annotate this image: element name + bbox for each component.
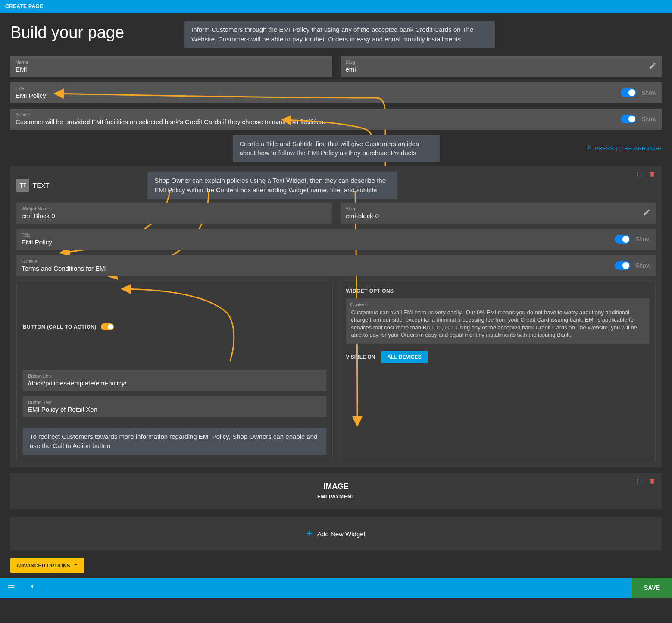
move-icon: [586, 145, 592, 152]
widget-title-label: Title: [22, 232, 595, 238]
add-widget-label: Add New Widget: [317, 530, 366, 538]
button-text-field[interactable]: Button Text EMI Policy of Retail Xen: [23, 396, 326, 417]
widget-title-value: EMI Policy: [22, 238, 52, 246]
title-field[interactable]: Title EMI Policy Show: [10, 82, 662, 103]
image-widget-title: IMAGE: [16, 482, 656, 491]
subtitle-show-toggle[interactable]: [621, 115, 636, 123]
title-label: Title: [16, 86, 601, 91]
back-icon[interactable]: [28, 583, 35, 593]
widget-options-header: WIDGET OPTIONS: [346, 288, 650, 294]
expand-icon[interactable]: [636, 171, 643, 179]
cta-panel: BUTTON (CALL TO ACTION) Button Link /doc…: [16, 282, 333, 462]
widget-title-show-label: Show: [635, 236, 650, 243]
cta-toggle[interactable]: [101, 323, 114, 330]
subtitle-label: Subtitle: [16, 112, 601, 117]
button-text-value: EMI Policy of Retail Xen: [28, 406, 97, 413]
cta-header: BUTTON (CALL TO ACTION): [23, 324, 97, 330]
widget-subtitle-show-toggle[interactable]: [615, 261, 630, 270]
widget-options-panel: WIDGET OPTIONS Content VISIBLE ON ALL DE…: [340, 282, 656, 462]
plus-icon: +: [306, 528, 312, 539]
advanced-options-label: ADVANCED OPTIONS: [16, 563, 70, 569]
callout-widget: Shop Owner can explain policies using a …: [147, 172, 397, 199]
widget-slug-value: emi-block-0: [346, 212, 379, 219]
text-type-icon: TT: [16, 179, 29, 192]
image-widget: IMAGE EMI PAYMENT: [10, 473, 662, 509]
press-rearrange-text: PRESS TO RE-ARRANGE: [594, 145, 662, 152]
content-textarea[interactable]: [350, 308, 645, 339]
widget-slug-label: Slug: [346, 206, 651, 211]
title-show-label: Show: [641, 89, 656, 96]
widget-title-show-toggle[interactable]: [615, 235, 630, 244]
menu-icon[interactable]: [7, 583, 16, 593]
name-label: Name: [16, 59, 327, 65]
subtitle-value: Customer will be provided EMI facilities…: [16, 118, 325, 125]
subtitle-field[interactable]: Subtitle Customer will be provided EMI f…: [10, 109, 662, 130]
slug-value: emi: [346, 66, 356, 73]
widget-title-field[interactable]: Title EMI Policy Show: [16, 229, 656, 250]
save-button[interactable]: SAVE: [632, 578, 672, 598]
button-text-label: Button Text: [28, 400, 321, 405]
slug-label: Slug: [346, 59, 657, 65]
visible-on-pill[interactable]: ALL DEVICES: [381, 351, 428, 363]
widget-name-field[interactable]: Widget Name emi Block 0: [16, 203, 332, 224]
page-title: Build your page: [10, 23, 124, 42]
name-value: EMI: [16, 66, 27, 73]
chevron-down-icon: [73, 562, 78, 569]
pencil-icon[interactable]: [643, 209, 650, 218]
button-link-field[interactable]: Button Link /docs/policies-template/emi-…: [23, 370, 326, 391]
slug-field[interactable]: Slug emi: [341, 56, 662, 77]
widget-subtitle-label: Subtitle: [22, 259, 595, 264]
image-widget-subtitle: EMI PAYMENT: [16, 494, 656, 500]
text-widget: TT TEXT Shop Owner can explain policies …: [10, 166, 662, 467]
pencil-icon[interactable]: [649, 62, 656, 71]
subtitle-show-label: Show: [641, 116, 656, 122]
callout-mid: Create a Title and Subtitle first that w…: [233, 135, 440, 163]
widget-slug-field[interactable]: Slug emi-block-0: [341, 203, 656, 224]
widget-name-label: Widget Name: [22, 206, 327, 211]
delete-icon[interactable]: [649, 478, 656, 486]
widget-type-label: TEXT: [33, 182, 49, 189]
press-rearrange-link[interactable]: PRESS TO RE-ARRANGE: [586, 145, 662, 152]
expand-icon[interactable]: [636, 478, 643, 486]
widget-subtitle-field[interactable]: Subtitle Terms and Conditions for EMI Sh…: [16, 255, 656, 276]
add-widget-button[interactable]: + Add New Widget: [10, 517, 662, 551]
widget-subtitle-value: Terms and Conditions for EMI: [22, 265, 107, 272]
visible-on-label: VISIBLE ON: [346, 354, 375, 360]
top-banner: CREATE PAGE: [0, 0, 672, 13]
title-value: EMI Policy: [16, 92, 46, 99]
delete-icon[interactable]: [649, 171, 656, 179]
widget-subtitle-show-label: Show: [635, 262, 650, 269]
widget-name-value: emi Block 0: [22, 212, 55, 219]
callout-cta: To redirect Customers towards more infor…: [23, 428, 326, 455]
content-label: Content: [350, 302, 645, 307]
button-link-value: /docs/policies-template/emi-policy/: [28, 379, 126, 387]
advanced-options-button[interactable]: ADVANCED OPTIONS: [10, 558, 84, 573]
callout-top: Inform Customers through the EMI Policy …: [184, 21, 495, 48]
name-field[interactable]: Name EMI: [10, 56, 332, 77]
button-link-label: Button Link: [28, 373, 321, 379]
title-show-toggle[interactable]: [621, 88, 636, 97]
